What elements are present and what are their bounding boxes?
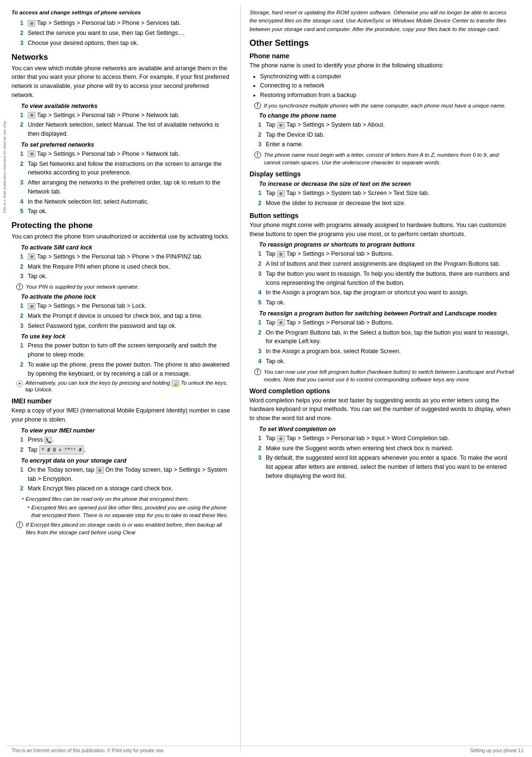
change-name-step-3: 3Enter a name. bbox=[258, 140, 514, 149]
display-settings-title: Display settings bbox=[250, 170, 514, 178]
imei-step-1: 1Press 📞. bbox=[20, 435, 232, 444]
phone-warning-icon: ! bbox=[254, 151, 261, 158]
tip-icon: ☀ bbox=[16, 380, 23, 387]
view-networks-heading: To view available networks bbox=[21, 103, 232, 109]
key-lock-step-2: 2To wake up the phone, press the power b… bbox=[20, 360, 232, 378]
encrypt-notes-box: • Encrypted files can be read only on th… bbox=[22, 495, 232, 519]
bullet-icon-1: • bbox=[22, 496, 24, 501]
phone-lock-step-1: 1⚙ Tap > Settings > the Personal tab > L… bbox=[20, 302, 232, 311]
phone-name-warning-box: ! The phone name must begin with a lette… bbox=[254, 151, 514, 166]
access-step-3: 3Choose your desired options, then tap o… bbox=[20, 39, 232, 48]
phone-name-bullets: Synchronizing with a computer Connecting… bbox=[260, 72, 514, 100]
portrait-note-icon: ! bbox=[254, 368, 261, 375]
reassign-step-5: 5Tap ok. bbox=[258, 298, 514, 307]
content-area: To access and change settings of phone s… bbox=[7, 0, 532, 757]
phone-lock-step-3: 3Select Password type, confirm the passw… bbox=[20, 322, 232, 331]
phone-name-note-box: ! If you synchronize multiple phones wit… bbox=[254, 102, 514, 109]
phone-name-title: Phone name bbox=[250, 52, 514, 60]
note-icon: ! bbox=[16, 283, 23, 290]
imei-step-2: 2Tap * # 0 + ⁶ᴹⁿᵒ # . bbox=[20, 445, 232, 454]
sim-lock-step-3: 3Tap ok. bbox=[20, 272, 232, 281]
change-phone-name-steps: 1Tap ⚙ Tap > Settings > System tab > Abo… bbox=[258, 120, 514, 149]
set-preferred-step-3: 3After arranging the networks in the pre… bbox=[20, 178, 232, 196]
portrait-landscape-steps: 1Tap ⚙ Tap > Settings > Personal tab > B… bbox=[258, 318, 514, 366]
set-preferred-step-1: 1⚙ Tap > Settings > Personal tab > Phone… bbox=[20, 150, 232, 159]
portrait-landscape-heading: To reassign a program button for switchi… bbox=[259, 310, 514, 317]
phone-note-icon: ! bbox=[254, 102, 261, 109]
sim-lock-steps: 1⚙ Tap > Settings > the Personal tab > P… bbox=[20, 252, 232, 281]
key-lock-steps: 1Press the power button to turn off the … bbox=[20, 341, 232, 378]
phone-bullet-1: Synchronizing with a computer bbox=[260, 72, 514, 81]
settings-icon-9: ⚙ bbox=[277, 251, 285, 258]
warning-icon: ! bbox=[16, 521, 23, 528]
bullet-icon-2: • bbox=[28, 505, 30, 510]
settings-icon-10: ⚙ bbox=[277, 319, 285, 326]
imei-intro: Keep a copy of your IMEI (International … bbox=[11, 406, 232, 424]
encrypt-warning-text: If Encrypt files placed on storage cards… bbox=[26, 521, 232, 536]
imei-heading: To view your IMEI number bbox=[21, 427, 232, 434]
page-container: This is a draft publication intended for… bbox=[0, 0, 532, 757]
settings-icon-4: ⚙ bbox=[28, 253, 35, 260]
right-column: Storage, hard reset or updating the ROM … bbox=[241, 5, 523, 752]
imei-section-title: IMEI number bbox=[11, 397, 232, 405]
other-settings-title: Other Settings bbox=[250, 38, 514, 48]
reassign-step-2: 2A list of buttons and their current ass… bbox=[258, 260, 514, 269]
change-phone-name-heading: To change the phone name bbox=[259, 112, 514, 119]
sim-lock-heading: To activate SIM card lock bbox=[21, 244, 232, 251]
sim-lock-step-2: 2Mark the Require PIN when phone is used… bbox=[20, 262, 232, 271]
encrypt-steps: 1On the Today screen, tap ⚙ On the Today… bbox=[20, 465, 232, 493]
encrypt-note-1: Encrypted files can be read only on the … bbox=[26, 495, 189, 503]
change-name-step-2: 2Tap the Device ID tab. bbox=[258, 130, 514, 140]
view-networks-step-2: 2Under Network selection, select Manual.… bbox=[20, 120, 232, 139]
display-step-1: 1Tap ⚙ Tap > Settings > System tab > Scr… bbox=[258, 189, 514, 198]
change-name-step-1: 1Tap ⚙ Tap > Settings > System tab > Abo… bbox=[258, 120, 514, 130]
key-lock-tip-text: Alternatively, you can lock the keys by … bbox=[25, 380, 232, 392]
encrypt-step-2: 2Mark Encrypt files placed on a storage … bbox=[20, 484, 232, 493]
set-preferred-step-2: 2Tap Set Networks and follow the instruc… bbox=[20, 160, 232, 178]
display-step-2: 2Move the slider to increase or decrease… bbox=[258, 199, 514, 208]
reassign-step-4: 4In the Assign a program box, tap the pr… bbox=[258, 288, 514, 297]
access-step-1: 1⚙ Tap > Settings > Personal tab > Phone… bbox=[20, 19, 232, 28]
set-preferred-step-4: 4In the Network selection list, select A… bbox=[20, 197, 232, 206]
footer-right-text: Setting up your phone 11 bbox=[470, 748, 523, 753]
phone-bullet-3: Restoring information from a backup bbox=[260, 91, 514, 100]
settings-icon-3: ⚙ bbox=[28, 151, 35, 157]
portrait-step-3: 3In the Assign a program box, select Rot… bbox=[258, 347, 514, 356]
word-completion-heading: To set Word completion on bbox=[259, 426, 514, 433]
settings-icon-5: ⚙ bbox=[28, 303, 35, 310]
phone-lock-heading: To activate the phone lock bbox=[21, 293, 232, 300]
lock-icon: 🔒 bbox=[172, 380, 179, 387]
view-networks-step-1: 1⚙ Tap > Settings > Personal tab > Phone… bbox=[20, 111, 232, 120]
settings-icon-7: ⚙ bbox=[277, 122, 285, 129]
portrait-step-2: 2On the Program Buttons tab, in the Sele… bbox=[258, 328, 514, 346]
sim-lock-note-text: Your PIN is supplied by your network ope… bbox=[26, 283, 139, 291]
set-preferred-step-5: 5Tap ok. bbox=[20, 207, 232, 216]
access-step-2: 2Select the service you want to use, the… bbox=[20, 29, 232, 38]
word-completion-intro: Word completion helps you enter text fas… bbox=[250, 396, 514, 423]
portrait-note-text: You can now use your left program button… bbox=[264, 368, 514, 383]
reassign-heading: To reassign programs or shortcuts to pro… bbox=[259, 241, 514, 248]
word-completion-step-2: 2Make sure the Suggest words when enteri… bbox=[258, 444, 514, 453]
protecting-intro: You can protect the phone from unauthori… bbox=[11, 232, 232, 241]
portrait-note-box: ! You can now use your left program butt… bbox=[254, 368, 514, 383]
word-completion-steps: 1Tap ⚙ Tap > Settings > Personal tab > I… bbox=[258, 434, 514, 481]
set-preferred-heading: To set preferred networks bbox=[21, 141, 232, 148]
footer-center-text: This is an Internet version of this publ… bbox=[11, 748, 165, 753]
word-completion-title: Word completion options bbox=[250, 387, 514, 395]
reassign-step-1: 1Tap ⚙ Tap > Settings > Personal tab > B… bbox=[258, 249, 514, 259]
display-settings-heading: To increase or decrease the size of text… bbox=[259, 181, 514, 187]
phone-name-note-text: If you synchronize multiple phones with … bbox=[264, 102, 506, 109]
word-completion-step-3: 3By default, the suggested word list app… bbox=[258, 454, 514, 480]
imei-steps: 1Press 📞. 2Tap * # 0 + ⁶ᴹⁿᵒ # . bbox=[20, 435, 232, 454]
networks-intro: You can view which mobile phone networks… bbox=[11, 64, 232, 100]
reassign-step-3: 3Tap the button you want to reassign. To… bbox=[258, 270, 514, 288]
settings-icon-8: ⚙ bbox=[277, 190, 285, 197]
phone-lock-step-2: 2Mark the Prompt if device is unused for… bbox=[20, 312, 232, 321]
portrait-step-1: 1Tap ⚙ Tap > Settings > Personal tab > B… bbox=[258, 318, 514, 327]
view-networks-steps: 1⚙ Tap > Settings > Personal tab > Phone… bbox=[20, 111, 232, 139]
encrypt-step-1: 1On the Today screen, tap ⚙ On the Today… bbox=[20, 465, 232, 484]
encrypt-heading: To encrypt data on your storage card bbox=[21, 457, 232, 464]
button-settings-title: Button settings bbox=[250, 212, 514, 219]
networks-section-title: Networks bbox=[11, 53, 232, 62]
protecting-section-title: Protecting the phone bbox=[11, 221, 232, 230]
